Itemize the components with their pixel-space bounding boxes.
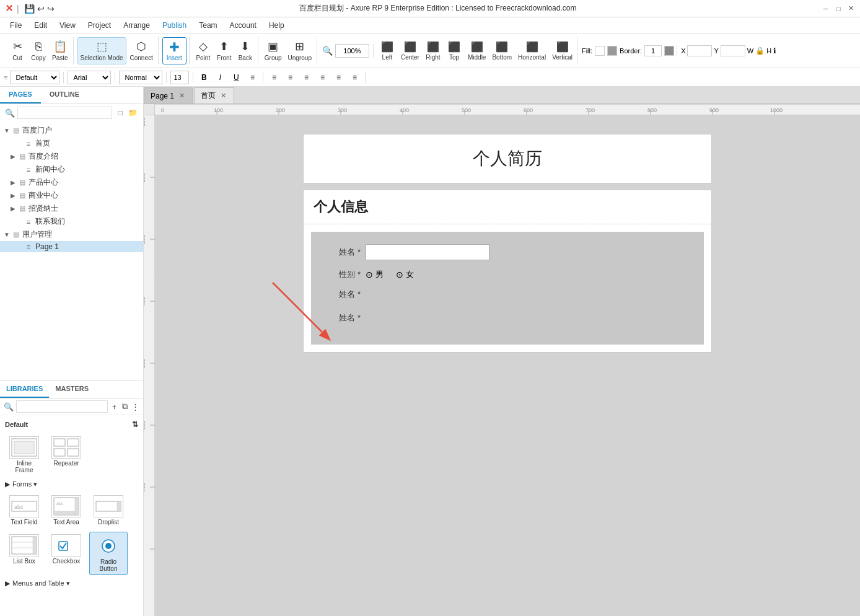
align-justify-fmt-button[interactable]: ≡ [315, 71, 329, 84]
tab-masters[interactable]: MASTERS [49, 381, 95, 398]
add-folder-button[interactable]: 📁 [127, 107, 138, 118]
connect-button[interactable]: ⬡ Connect [128, 37, 156, 64]
insert-button[interactable]: ✚ Insert [162, 37, 186, 64]
tree-folder-baidu-intro[interactable]: ▶ ▤ 百度介绍 [0, 150, 143, 163]
menu-team[interactable]: Team [194, 20, 222, 31]
lib-search-input[interactable] [16, 400, 108, 413]
tab-page1-close[interactable]: ✕ [178, 92, 186, 100]
border-input[interactable] [644, 45, 662, 56]
selection-mode-button[interactable]: ⬚ Selection Mode [77, 37, 126, 64]
close-btn[interactable]: ✕ [846, 4, 855, 13]
redo-icon[interactable]: ↪ [47, 4, 55, 14]
x-input[interactable] [687, 45, 712, 56]
tab-libraries[interactable]: LIBRARIES [0, 381, 49, 398]
h-options-icon[interactable]: ℹ [773, 46, 776, 55]
tab-shoye-close[interactable]: ✕ [219, 92, 227, 100]
tree-page-page1[interactable]: ≡ Page 1 [0, 241, 143, 252]
more-align-button[interactable]: ≡ [331, 71, 345, 84]
menu-file[interactable]: File [5, 20, 27, 31]
copy-button[interactable]: ⎘ Copy [29, 37, 48, 64]
add-page-button[interactable]: □ [115, 107, 126, 118]
align-right-button[interactable]: ⬛ Right [423, 37, 443, 64]
italic-button[interactable]: I [213, 71, 227, 84]
pages-search-input[interactable] [17, 107, 112, 119]
menus-expand-icon[interactable]: ▶ [5, 579, 10, 587]
font-select[interactable]: Arial [68, 71, 111, 84]
radio-female-icon[interactable]: ⊙ [396, 270, 403, 279]
tab-pages[interactable]: PAGES [0, 87, 41, 103]
menu-account[interactable]: Account [225, 20, 261, 31]
minimize-btn[interactable]: ─ [822, 4, 830, 13]
align-left-button[interactable]: ⬛ Left [377, 37, 397, 64]
align-middle-button[interactable]: ⬛ Middle [465, 37, 488, 64]
distribute-h-button[interactable]: ⬛ Horizontal [516, 37, 548, 64]
more-align2-button[interactable]: ≡ [348, 71, 361, 84]
back-button[interactable]: ⬇ Back [235, 37, 255, 64]
fmt-sep4 [193, 72, 193, 83]
tree-folder-user[interactable]: ▼ ▤ 用户管理 [0, 228, 143, 241]
bold-button[interactable]: B [197, 71, 211, 84]
lib-item-repeater[interactable]: Repeater [47, 434, 86, 476]
name-input[interactable] [366, 244, 489, 260]
align-bottom-button[interactable]: ⬛ Bottom [489, 37, 514, 64]
front-button[interactable]: ⬆ Front [214, 37, 234, 64]
lib-copy-button[interactable]: ⧉ [121, 400, 129, 413]
normal-select[interactable]: Normal [119, 71, 162, 84]
distribute-v-button[interactable]: ⬛ Vertical [550, 37, 575, 64]
zoom-input[interactable] [335, 44, 369, 58]
underline-button[interactable]: U [229, 71, 243, 84]
tree-folder-product[interactable]: ▶ ▤ 产品中心 [0, 176, 143, 189]
canvas-tab-shoye[interactable]: 首页 ✕ [194, 87, 234, 103]
tree-folder-baidu-portal[interactable]: ▼ ▤ 百度门户 [0, 124, 143, 137]
paste-button[interactable]: 📋 Paste [50, 37, 71, 64]
lib-item-list-box[interactable]: List Box [5, 532, 43, 575]
radio-male-icon[interactable]: ⊙ [366, 270, 373, 279]
lib-item-text-area[interactable]: abc Text Area [47, 493, 86, 528]
lib-item-text-field[interactable]: abc Text Field [5, 493, 43, 528]
lib-search-icon: 🔍 [4, 402, 14, 411]
align-left-fmt-button[interactable]: ≡ [267, 71, 281, 84]
font-size-input[interactable] [170, 71, 189, 84]
align-center-fmt-button[interactable]: ≡ [283, 71, 297, 84]
menu-publish[interactable]: Publish [157, 20, 191, 31]
tree-page-shoye[interactable]: ≡ 首页 [0, 137, 143, 150]
tree-folder-biz[interactable]: ▶ ▤ 商业中心 [0, 189, 143, 202]
maximize-btn[interactable]: □ [834, 4, 843, 13]
border-swatch[interactable] [664, 46, 674, 56]
ungroup-button[interactable]: ⊞ Ungroup [286, 37, 314, 64]
list-button[interactable]: ≡ [245, 71, 259, 84]
tree-page-contact[interactable]: ≡ 联系我们 [0, 215, 143, 228]
align-right-fmt-button[interactable]: ≡ [299, 71, 313, 84]
tree-folder-invest[interactable]: ▶ ▤ 招贤纳士 [0, 202, 143, 215]
tab-outline[interactable]: OUTLINE [41, 87, 88, 103]
lib-item-inline-frame[interactable]: Inline Frame [5, 434, 43, 476]
lib-item-checkbox[interactable]: Checkbox [47, 532, 86, 575]
lib-sort-icon[interactable]: ⇅ [132, 420, 138, 429]
cut-button[interactable]: ✂ Cut [7, 37, 27, 64]
forms-expand-icon[interactable]: ▶ [5, 480, 10, 488]
lib-item-droplist[interactable]: Droplist [89, 493, 128, 528]
point-button[interactable]: ◇ Point [193, 37, 213, 64]
lock-icon[interactable]: 🔒 [755, 46, 765, 55]
align-top-icon: ⬛ [448, 41, 460, 53]
menu-arrange[interactable]: Arrange [118, 20, 155, 31]
style-select[interactable]: Default [10, 71, 59, 84]
align-top-button[interactable]: ⬛ Top [444, 37, 464, 64]
menu-edit[interactable]: Edit [29, 20, 52, 31]
fill-swatch-transparent[interactable] [595, 46, 605, 56]
lib-menu-button[interactable]: ⋮ [131, 400, 139, 413]
align-center-button[interactable]: ⬛ Center [398, 37, 422, 64]
menu-help[interactable]: Help [264, 20, 289, 31]
fill-swatch-gray[interactable] [607, 46, 617, 56]
y-input[interactable] [721, 45, 745, 56]
lib-add-button[interactable]: + [110, 400, 118, 413]
lib-item-radio-button[interactable]: Radio Button [89, 532, 128, 575]
menu-project[interactable]: Project [83, 20, 116, 31]
menu-view[interactable]: View [55, 20, 81, 31]
inline-frame-icon [9, 436, 39, 459]
checkbox-svg [53, 535, 80, 555]
undo-icon[interactable]: ↩ [37, 4, 45, 14]
canvas-tab-page1[interactable]: Page 1 ✕ [144, 87, 193, 103]
tree-page-news[interactable]: ≡ 新闻中心 [0, 163, 143, 176]
group-button[interactable]: ▣ Group [262, 37, 284, 64]
